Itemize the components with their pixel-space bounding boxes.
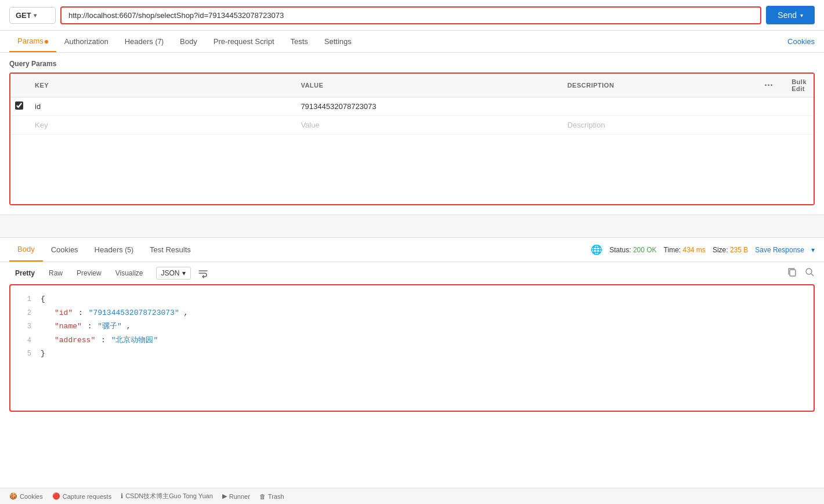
- tab-settings[interactable]: Settings: [316, 31, 360, 52]
- url-bar: GET ▾ Send ▾: [0, 0, 824, 31]
- col-bulk-header: Bulk Edit: [785, 74, 814, 97]
- response-tab-testresults-label: Test Results: [150, 245, 191, 254]
- param-key-cell-1[interactable]: [28, 97, 294, 116]
- param-checkbox-1[interactable]: [15, 101, 23, 110]
- json-format-selector[interactable]: JSON ▾: [156, 267, 191, 280]
- response-section: Body Cookies Headers (5) Test Results 🌐 …: [0, 238, 824, 488]
- response-body-tab-visualize[interactable]: Visualize: [110, 267, 149, 280]
- param-value-cell-1[interactable]: [294, 97, 560, 116]
- status-label: Status: 200 OK: [609, 246, 656, 254]
- json-brace-close: }: [41, 347, 45, 360]
- url-input[interactable]: [68, 11, 753, 20]
- param-bulk-1: [785, 97, 814, 116]
- params-table-wrapper: KEY VALUE DESCRIPTION ··· Bulk Edit: [9, 72, 815, 205]
- tab-body-label: Body: [180, 37, 197, 46]
- param-key-cell-empty[interactable]: [28, 116, 294, 135]
- tab-params[interactable]: Params: [9, 31, 56, 52]
- response-tab-cookies-label: Cookies: [51, 245, 78, 254]
- chevron-down-icon: ▾: [34, 12, 37, 19]
- trash-icon: 🗑: [259, 493, 266, 500]
- params-dot: [45, 40, 48, 43]
- bottom-bar-runner[interactable]: ▶ Runner: [222, 492, 250, 500]
- response-body-tab-pretty[interactable]: Pretty: [9, 267, 41, 280]
- tab-body[interactable]: Body: [172, 31, 205, 52]
- svg-point-1: [806, 269, 812, 274]
- param-value-cell-empty[interactable]: [294, 116, 560, 135]
- line-num-1: 1: [15, 293, 31, 306]
- param-key-input-1[interactable]: [32, 101, 289, 112]
- bottom-csdn-label: CSDN技术博主Guo Tong Yuan: [125, 492, 213, 501]
- bottom-bar-capture[interactable]: 🔴 Capture requests: [52, 492, 111, 500]
- time-prefix: Time:: [664, 246, 681, 254]
- method-text: GET: [16, 11, 31, 20]
- param-desc-cell-empty[interactable]: [561, 116, 753, 135]
- bottom-bar-cookies[interactable]: 🍪 Cookies: [9, 492, 43, 500]
- headers-badge: (7): [155, 38, 164, 46]
- bottom-bar-csdn[interactable]: ℹ CSDN技术博主Guo Tong Yuan: [121, 492, 213, 501]
- response-status-bar: 🌐 Status: 200 OK Time: 434 ms Size: 235 …: [591, 244, 815, 255]
- status-prefix: Status:: [609, 246, 631, 254]
- size-prefix: Size:: [713, 246, 728, 254]
- response-body-tab-preview[interactable]: Preview: [71, 267, 107, 280]
- response-body-tab-raw[interactable]: Raw: [43, 267, 68, 280]
- tab-prerequest[interactable]: Pre-request Script: [205, 31, 283, 52]
- globe-icon: 🌐: [591, 244, 602, 255]
- wrap-toggle-icon[interactable]: [198, 268, 208, 278]
- format-chevron-icon: ▾: [182, 269, 186, 277]
- response-body-tabs: Pretty Raw Preview Visualize JSON ▾: [0, 262, 824, 284]
- tab-authorization-label: Authorization: [64, 37, 109, 46]
- size-value: 235 B: [730, 246, 748, 254]
- param-desc-input-empty[interactable]: [565, 119, 749, 130]
- search-icon[interactable]: [804, 267, 815, 280]
- response-tab-body-label: Body: [17, 245, 35, 253]
- param-key-input-empty[interactable]: [32, 119, 289, 130]
- main-container: GET ▾ Send ▾ Params Authorization Header…: [0, 0, 824, 504]
- params-section: Query Params KEY VALUE DESCRIPTION ··· B…: [0, 53, 824, 215]
- query-params-title: Query Params: [9, 60, 815, 68]
- params-table: KEY VALUE DESCRIPTION ··· Bulk Edit: [10, 74, 814, 204]
- param-row-1: [10, 97, 814, 116]
- tab-prerequest-label: Pre-request Script: [214, 37, 274, 46]
- body-tab-preview-label: Preview: [77, 269, 102, 277]
- size-label: Size: 235 B: [713, 246, 748, 254]
- json-key-address: "address": [55, 336, 95, 345]
- response-tab-cookies[interactable]: Cookies: [43, 238, 86, 261]
- send-button[interactable]: Send ▾: [766, 6, 815, 24]
- svg-rect-0: [790, 270, 796, 276]
- method-selector[interactable]: GET ▾: [9, 7, 56, 24]
- copy-icon[interactable]: [787, 267, 797, 280]
- save-response-link[interactable]: Save Response: [755, 246, 804, 254]
- line-num-5: 5: [15, 348, 31, 361]
- save-response-arrow[interactable]: ▾: [811, 246, 815, 254]
- param-value-input-1[interactable]: [298, 101, 555, 112]
- tab-headers[interactable]: Headers (7): [117, 31, 172, 52]
- json-value-name: "骡子": [97, 322, 122, 331]
- col-checkbox: [10, 74, 28, 97]
- line-num-2: 2: [15, 307, 31, 320]
- json-value-address: "北京动物园": [111, 336, 158, 345]
- response-tab-headers[interactable]: Headers (5): [86, 238, 142, 261]
- json-key-id: "id": [55, 309, 73, 317]
- col-menu-header: ···: [753, 74, 785, 97]
- bottom-runner-label: Runner: [229, 493, 250, 500]
- json-format-label: JSON: [161, 269, 180, 277]
- bottom-bar-trash[interactable]: 🗑 Trash: [259, 493, 284, 500]
- param-value-input-empty[interactable]: [298, 119, 555, 130]
- json-line-3: 3 "name" : "骡子" ,: [15, 320, 809, 333]
- send-dropdown-icon: ▾: [800, 12, 803, 19]
- time-label: Time: 434 ms: [664, 246, 706, 254]
- cookies-link[interactable]: Cookies: [787, 31, 815, 52]
- tab-authorization[interactable]: Authorization: [56, 31, 117, 52]
- param-desc-cell-1[interactable]: [561, 97, 753, 116]
- tab-tests[interactable]: Tests: [283, 31, 316, 52]
- response-tab-body[interactable]: Body: [9, 238, 43, 262]
- param-checkbox-cell-1[interactable]: [10, 97, 28, 116]
- response-tab-testresults[interactable]: Test Results: [142, 238, 199, 261]
- param-actions-1: [753, 97, 785, 116]
- bottom-capture-label: Capture requests: [63, 493, 111, 500]
- param-row-empty: [10, 116, 814, 135]
- bulk-edit-menu-icon[interactable]: ···: [760, 80, 778, 90]
- line-num-3: 3: [15, 321, 31, 333]
- param-desc-input-1[interactable]: [565, 101, 749, 112]
- body-tab-raw-label: Raw: [49, 269, 63, 277]
